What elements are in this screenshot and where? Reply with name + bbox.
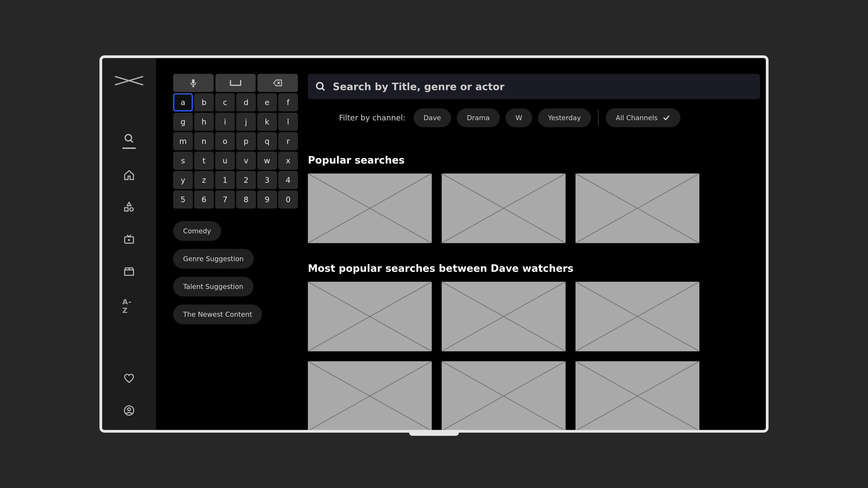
nav-secondary <box>122 372 136 416</box>
tv-icon <box>123 233 135 245</box>
svg-point-5 <box>128 408 131 411</box>
card-row-1 <box>308 282 760 430</box>
section-title-0: Popular searches <box>308 154 760 166</box>
key-9[interactable]: 9 <box>257 191 277 208</box>
key-s[interactable]: s <box>173 152 193 170</box>
search-icon <box>315 80 327 92</box>
key-8[interactable]: 8 <box>236 191 256 208</box>
key-2[interactable]: 2 <box>236 171 256 189</box>
key-m[interactable]: m <box>173 132 193 150</box>
nav-home[interactable] <box>122 169 136 181</box>
key-c[interactable]: c <box>215 93 235 111</box>
voice-search-key[interactable] <box>173 74 214 92</box>
suggestion-chip-3[interactable]: The Newest Content <box>173 304 262 324</box>
filter-all-label: All Channels <box>616 114 658 122</box>
suggestion-chip-0[interactable]: Comedy <box>173 221 221 241</box>
key-1[interactable]: 1 <box>215 171 235 189</box>
tv-frame: A-Z <box>99 55 769 433</box>
svg-rect-6 <box>192 79 195 84</box>
nav-primary: A-Z <box>122 133 136 315</box>
search-bar[interactable]: Search by Title, genre or actor <box>308 74 760 99</box>
filter-chips: DaveDramaWYesterday <box>414 108 591 127</box>
space-key[interactable] <box>215 74 256 92</box>
microphone-icon <box>188 78 198 88</box>
key-u[interactable]: u <box>215 152 235 170</box>
key-5[interactable]: 5 <box>173 191 193 208</box>
filter-divider <box>598 110 598 126</box>
filter-label: Filter by channel: <box>339 113 405 122</box>
key-j[interactable]: j <box>236 113 256 131</box>
key-b[interactable]: b <box>194 93 214 111</box>
key-r[interactable]: r <box>278 132 298 150</box>
nav-account[interactable] <box>122 404 136 416</box>
content-card[interactable] <box>576 282 700 351</box>
key-4[interactable]: 4 <box>278 171 298 189</box>
content-card[interactable] <box>442 173 565 243</box>
key-p[interactable]: p <box>236 132 256 150</box>
nav-box-sets[interactable] <box>122 265 136 277</box>
key-l[interactable]: l <box>278 113 298 131</box>
backspace-icon <box>273 78 283 88</box>
key-a[interactable]: a <box>173 93 193 111</box>
sidebar: A-Z <box>102 58 156 430</box>
nav-active-indicator <box>122 148 136 149</box>
key-o[interactable]: o <box>215 132 235 150</box>
key-n[interactable]: n <box>194 132 214 150</box>
content-card[interactable] <box>576 361 700 430</box>
suggestion-chip-1[interactable]: Genre Suggestion <box>173 249 254 269</box>
key-q[interactable]: q <box>257 132 277 150</box>
filter-chip-w[interactable]: W <box>506 108 532 127</box>
content-card[interactable] <box>442 282 565 351</box>
key-v[interactable]: v <box>236 152 256 170</box>
search-icon <box>123 133 135 144</box>
heart-icon <box>123 372 135 384</box>
key-t[interactable]: t <box>194 152 214 170</box>
nav-live-tv[interactable] <box>122 233 136 245</box>
content-card[interactable] <box>576 173 700 243</box>
key-h[interactable]: h <box>194 113 214 131</box>
filter-chip-yesterday[interactable]: Yesterday <box>538 108 591 127</box>
suggestion-chip-2[interactable]: Talent Suggestion <box>173 277 253 296</box>
brand-logo-icon <box>114 74 144 88</box>
key-x[interactable]: x <box>278 152 298 170</box>
card-row-0 <box>308 173 760 243</box>
result-sections: Popular searchesMost popular searches be… <box>308 154 760 430</box>
key-0[interactable]: 0 <box>278 191 298 208</box>
filter-chip-dave[interactable]: Dave <box>414 108 451 127</box>
backspace-key[interactable] <box>257 74 298 92</box>
key-k[interactable]: k <box>257 113 277 131</box>
key-g[interactable]: g <box>173 113 193 131</box>
section-title-1: Most popular searches between Dave watch… <box>308 263 760 274</box>
svg-rect-1 <box>125 207 128 211</box>
content-card[interactable] <box>308 173 432 243</box>
filter-chip-drama[interactable]: Drama <box>457 108 500 127</box>
nav-az[interactable]: A-Z <box>122 297 136 315</box>
svg-point-2 <box>130 207 133 211</box>
content-card[interactable] <box>308 282 432 351</box>
keypad-top-row <box>173 74 298 92</box>
key-z[interactable]: z <box>194 171 214 189</box>
home-icon <box>123 169 135 181</box>
nav-categories[interactable] <box>122 201 136 213</box>
key-7[interactable]: 7 <box>215 191 235 208</box>
az-label: A-Z <box>122 297 136 315</box>
key-i[interactable]: i <box>215 113 235 131</box>
key-3[interactable]: 3 <box>257 171 277 189</box>
nav-favourites[interactable] <box>122 372 136 384</box>
content-card[interactable] <box>308 361 432 430</box>
key-f[interactable]: f <box>278 93 298 111</box>
nav-search[interactable] <box>122 133 136 149</box>
check-icon <box>662 113 671 122</box>
content-panel: Search by Title, genre or actor Filter b… <box>298 74 760 430</box>
key-6[interactable]: 6 <box>194 191 214 208</box>
filter-row: Filter by channel: DaveDramaWYesterday A… <box>308 108 760 127</box>
search-suggestions: ComedyGenre SuggestionTalent SuggestionT… <box>173 221 298 324</box>
key-d[interactable]: d <box>236 93 256 111</box>
content-card[interactable] <box>442 361 565 430</box>
key-e[interactable]: e <box>257 93 277 111</box>
space-icon <box>230 80 241 86</box>
key-w[interactable]: w <box>257 152 277 170</box>
search-placeholder: Search by Title, genre or actor <box>333 81 504 92</box>
key-y[interactable]: y <box>173 171 193 189</box>
filter-all-channels[interactable]: All Channels <box>606 108 680 127</box>
